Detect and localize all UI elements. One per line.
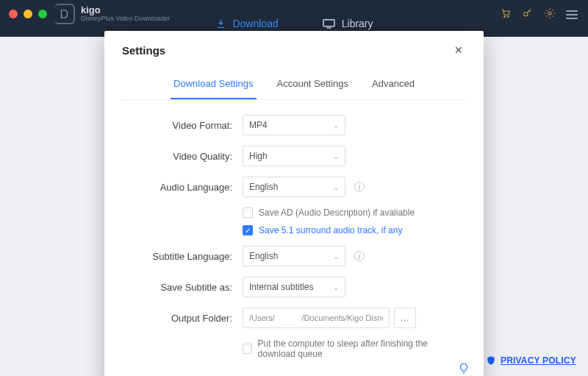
label-subtitle-language: Subtitle Language:: [122, 251, 232, 262]
ellipsis-icon: ...: [401, 313, 409, 322]
label-save-subtitle-as: Save Subtitle as:: [122, 282, 232, 293]
select-subtitle-language-value: English: [249, 251, 278, 261]
nav-library-label: Library: [342, 18, 373, 29]
tips-icon[interactable]: [457, 362, 470, 376]
checkbox-save-51-label: Save 5.1 surround audio track, if any: [259, 225, 402, 235]
cart-icon[interactable]: [500, 7, 512, 22]
nav-download-tab[interactable]: Download: [215, 18, 278, 29]
row-video-quality: Video Quality: High ⌄: [122, 146, 466, 166]
row-subtitle-language: Subtitle Language: English ⌄ i: [122, 246, 466, 266]
select-save-subtitle-as-value: Internal subtitles: [249, 282, 313, 292]
traffic-lights: [9, 10, 47, 18]
label-video-quality: Video Quality:: [122, 151, 232, 162]
minimize-window-button[interactable]: [24, 10, 32, 18]
select-audio-language-value: English: [249, 182, 278, 192]
privacy-policy-link[interactable]: PRIVACY POLICY: [486, 355, 576, 366]
checkbox-save-51[interactable]: ✓ Save 5.1 surround audio track, if any: [243, 225, 466, 235]
settings-modal: Settings ✕ Download Settings Account Set…: [104, 31, 484, 376]
tab-advanced[interactable]: Advanced: [369, 71, 417, 99]
shield-icon: [486, 355, 496, 366]
info-icon[interactable]: i: [354, 182, 365, 192]
tab-account-settings[interactable]: Account Settings: [274, 71, 352, 99]
checkbox-sleep-label: Put the computer to sleep after finishin…: [258, 338, 466, 359]
row-save-subtitle-as: Save Subtitle as: Internal subtitles ⌄: [122, 277, 466, 297]
modal-title: Settings: [122, 44, 165, 57]
checkbox-sleep-after[interactable]: Put the computer to sleep after finishin…: [243, 338, 466, 359]
svg-rect-0: [323, 20, 334, 26]
main-nav: Download Library: [215, 18, 373, 29]
checkbox-box: [243, 344, 252, 354]
svg-point-1: [504, 16, 506, 18]
select-video-quality-value: High: [249, 151, 268, 161]
tab-download-settings[interactable]: Download Settings: [171, 71, 256, 99]
toolbar-right: [500, 7, 578, 22]
privacy-policy-label: PRIVACY POLICY: [501, 355, 576, 366]
select-video-quality[interactable]: High ⌄: [243, 146, 345, 166]
select-subtitle-language[interactable]: English ⌄: [243, 246, 345, 266]
checkbox-save-ad-label: Save AD (Audio Description) if avaliable: [259, 207, 415, 218]
browse-folder-button[interactable]: ...: [394, 308, 416, 328]
svg-point-4: [548, 12, 551, 15]
menu-icon[interactable]: [566, 10, 578, 19]
checkbox-box: [243, 207, 253, 218]
select-save-subtitle-as[interactable]: Internal subtitles ⌄: [243, 277, 345, 297]
maximize-window-button[interactable]: [38, 10, 47, 18]
nav-download-label: Download: [232, 18, 278, 29]
nav-library-tab[interactable]: Library: [323, 18, 373, 29]
svg-point-2: [507, 16, 509, 18]
label-video-format: Video Format:: [122, 120, 232, 131]
key-icon[interactable]: [522, 7, 534, 22]
checkbox-box-checked: ✓: [243, 225, 253, 235]
checkbox-save-ad[interactable]: Save AD (Audio Description) if avaliable: [243, 207, 466, 218]
brand-text: kigo DisneyPlus Video Downloader: [81, 5, 170, 23]
chevron-down-icon: ⌄: [333, 121, 339, 130]
select-video-format[interactable]: MP4 ⌄: [243, 115, 345, 135]
settings-form: Video Format: MP4 ⌄ Video Quality: High …: [122, 115, 466, 359]
chevron-down-icon: ⌄: [333, 183, 339, 191]
svg-point-3: [524, 13, 528, 16]
chevron-down-icon: ⌄: [333, 283, 339, 291]
close-icon[interactable]: ✕: [451, 41, 466, 59]
row-output-folder: Output Folder: ...: [122, 308, 466, 328]
row-video-format: Video Format: MP4 ⌄: [122, 115, 466, 135]
row-audio-language: Audio Language: English ⌄ i: [122, 177, 466, 197]
brand: kigo DisneyPlus Video Downloader: [54, 4, 170, 24]
chevron-down-icon: ⌄: [333, 152, 339, 160]
modal-header: Settings ✕: [122, 41, 466, 66]
chevron-down-icon: ⌄: [333, 252, 339, 260]
label-audio-language: Audio Language:: [122, 182, 232, 193]
brand-subtitle: DisneyPlus Video Downloader: [81, 15, 170, 23]
brand-name: kigo: [81, 5, 170, 15]
brand-logo-icon: [54, 4, 75, 24]
info-icon[interactable]: i: [354, 251, 365, 261]
close-window-button[interactable]: [9, 10, 18, 18]
label-output-folder: Output Folder:: [122, 313, 232, 324]
output-folder-field[interactable]: [243, 308, 390, 328]
select-video-format-value: MP4: [249, 120, 268, 130]
settings-tabs: Download Settings Account Settings Advan…: [122, 71, 466, 100]
select-audio-language[interactable]: English ⌄: [243, 177, 345, 197]
gear-icon[interactable]: [544, 7, 556, 22]
